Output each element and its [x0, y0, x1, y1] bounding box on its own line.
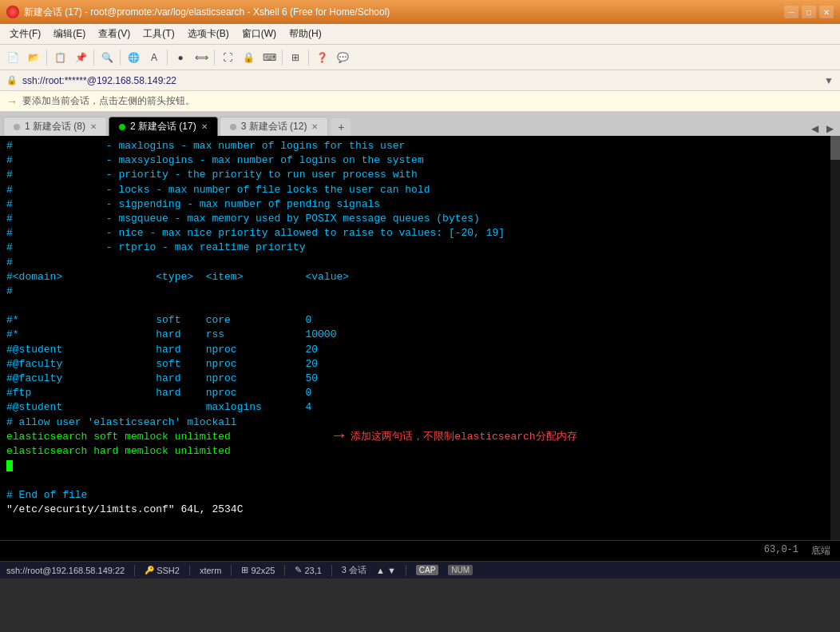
connect-button[interactable]: 🌐 — [124, 48, 143, 67]
titlebar: 新建会话 (17) - root@promote:/var/log/elasti… — [0, 0, 840, 24]
term-line-8: # - rtprio - max realtime priority — [6, 240, 834, 255]
term-line-7: # - nice - max nice priority allowed to … — [6, 226, 834, 240]
term-line-blank — [6, 473, 834, 487]
num-item: NUM — [448, 565, 473, 575]
session-count-label: 3 会话 — [342, 564, 367, 576]
title-text: 新建会话 (17) - root@promote:/var/log/elasti… — [24, 6, 784, 19]
tab-close-3[interactable]: ✕ — [311, 122, 318, 131]
address-dropdown-button[interactable]: ▼ — [824, 75, 834, 86]
tab-prev-button[interactable]: ◀ — [808, 121, 822, 136]
addressbar: 🔒 ssh://root:******@192.168.58.149:22 ▼ — [0, 70, 840, 91]
infobar: → 要添加当前会话，点击左侧的箭头按钮。 — [0, 91, 840, 112]
tab-session-3[interactable]: 3 新建会话 (12) ✕ — [220, 117, 329, 136]
term-line-2: # - maxsyslogins - max number of logins … — [6, 153, 834, 168]
keyboard-button[interactable]: ⌨ — [260, 48, 279, 67]
menu-tools[interactable]: 工具(T) — [137, 26, 180, 42]
term-line-16: #@faculty soft nproc 20 — [6, 357, 834, 372]
menu-view[interactable]: 查看(V) — [92, 26, 137, 42]
find-button[interactable]: 🔍 — [97, 48, 117, 67]
tab-close-1[interactable]: ✕ — [90, 122, 97, 131]
tab-dot-2 — [119, 124, 125, 130]
status-sep-3 — [231, 565, 232, 576]
tab-nav: ◀ ▶ — [808, 121, 837, 136]
ssh-protocol-item: 🔑 SSH2 — [145, 566, 180, 575]
menubar: 文件(F) 编辑(E) 查看(V) 工具(T) 选项卡(B) 窗口(W) 帮助(… — [0, 24, 840, 45]
term-line-15: #@student hard nproc 20 — [6, 343, 834, 357]
cap-item: CAP — [416, 565, 439, 575]
status-sep-5 — [331, 565, 332, 576]
new-session-button[interactable]: 📄 — [3, 48, 22, 67]
minimize-button[interactable]: ─ — [784, 6, 798, 18]
font-button[interactable]: A — [145, 48, 164, 67]
transfer-button[interactable]: ⟺ — [192, 48, 211, 67]
chat-button[interactable]: 💬 — [333, 48, 352, 67]
statusbar: ssh://root@192.168.58.149:22 🔑 SSH2 xter… — [0, 561, 840, 578]
term-line-17: #@faculty hard nproc 50 — [6, 372, 834, 386]
term-line-13: #* soft core 0 — [6, 313, 834, 328]
lock-icon: 🔒 — [6, 75, 18, 85]
term-line-fileinfo: "/etc/security/limits.conf" 64L, 2534C — [6, 503, 834, 517]
lock-button[interactable]: 🔒 — [239, 48, 258, 67]
paste-button[interactable]: 📌 — [71, 48, 90, 67]
term-size-icon: ⊞ — [241, 565, 248, 575]
ssh-protocol-label: SSH2 — [157, 566, 180, 575]
term-line-1: # - maxlogins - max number of logins for… — [6, 139, 834, 153]
close-button[interactable]: ✕ — [819, 6, 834, 18]
open-button[interactable]: 📂 — [24, 48, 43, 67]
term-line-18: #ftp hard nproc 0 — [6, 386, 834, 400]
toolbar-separator-5 — [214, 50, 215, 66]
tab-label-3: 3 新建会话 (12) — [241, 120, 307, 133]
term-annotation-area: elasticsearch soft memlock unlimited → 添… — [6, 430, 834, 444]
term-line-14: #* hard rss 10000 — [6, 328, 834, 342]
window-controls[interactable]: ─ □ ✕ — [784, 6, 834, 18]
session-next-icon[interactable]: ▼ — [387, 566, 396, 575]
tab-next-button[interactable]: ▶ — [823, 121, 837, 136]
vim-scroll-pos: 底端 — [811, 544, 830, 558]
copy-button[interactable]: 📋 — [50, 48, 69, 67]
scrollbar-thumb[interactable] — [830, 136, 840, 160]
layout-button[interactable]: ⊞ — [286, 48, 305, 67]
record-button[interactable]: ● — [171, 48, 190, 67]
tabbar: 1 新建会话 (8) ✕ 2 新建会话 (17) ✕ 3 新建会话 (12) ✕… — [0, 112, 840, 136]
annotation-arrow-area: → 添加这两句话，不限制elasticsearch分配内存 — [334, 424, 577, 449]
tab-label-1: 1 新建会话 (8) — [25, 120, 85, 133]
cursor-pos-icon: ✎ — [295, 565, 302, 575]
address-text: ssh://root:******@192.168.58.149:22 — [22, 75, 176, 86]
status-sep-1 — [134, 565, 135, 576]
term-line-4: # - locks - max number of file locks the… — [6, 183, 834, 197]
term-line-3: # - priority - the priority to run user … — [6, 168, 834, 182]
menu-file[interactable]: 文件(F) — [3, 26, 47, 42]
maximize-button[interactable]: □ — [802, 6, 816, 18]
menu-help[interactable]: 帮助(H) — [283, 26, 328, 42]
session-nav-item[interactable]: ▲ ▼ — [376, 566, 396, 575]
tab-session-2[interactable]: 2 新建会话 (17) ✕ — [109, 117, 218, 136]
session-count-item: 3 会话 — [342, 564, 367, 576]
add-tab-button[interactable]: + — [331, 118, 351, 136]
menu-tabs[interactable]: 选项卡(B) — [181, 26, 236, 42]
tab-session-1[interactable]: 1 新建会话 (8) ✕ — [3, 117, 107, 136]
session-prev-icon[interactable]: ▲ — [376, 566, 385, 575]
tab-label-2: 2 新建会话 (17) — [130, 120, 196, 133]
status-sep-6 — [406, 565, 406, 576]
menu-edit[interactable]: 编辑(E) — [47, 26, 92, 42]
toolbar: 📄 📂 📋 📌 🔍 🌐 A ● ⟺ ⛶ 🔒 ⌨ ⊞ ❓ 💬 — [0, 45, 840, 70]
arrow-icon: → — [334, 424, 344, 449]
menu-window[interactable]: 窗口(W) — [236, 26, 283, 42]
cursor-pos-label: 23,1 — [304, 566, 321, 575]
infobar-text: 要添加当前会话，点击左侧的箭头按钮。 — [22, 94, 195, 108]
terminal[interactable]: # - maxlogins - max number of logins for… — [0, 136, 840, 540]
toolbar-separator-6 — [282, 50, 283, 66]
tab-close-2[interactable]: ✕ — [201, 122, 208, 131]
term-line-5: # - sigpending - max number of pending s… — [6, 197, 834, 212]
help-button[interactable]: ❓ — [312, 48, 331, 67]
app-icon — [6, 6, 19, 18]
ssh-host-text: ssh://root@192.168.58.149:22 — [6, 566, 125, 575]
term-line-19: #@student maxlogins 4 — [6, 400, 834, 415]
key-icon: 🔑 — [145, 566, 154, 574]
tab-dot-1 — [14, 124, 20, 130]
toolbar-separator-3 — [120, 50, 121, 66]
fullscreen-button[interactable]: ⛶ — [218, 48, 237, 67]
status-sep-4 — [284, 565, 285, 576]
terminal-scrollbar[interactable] — [830, 136, 840, 540]
cursor — [6, 460, 13, 471]
